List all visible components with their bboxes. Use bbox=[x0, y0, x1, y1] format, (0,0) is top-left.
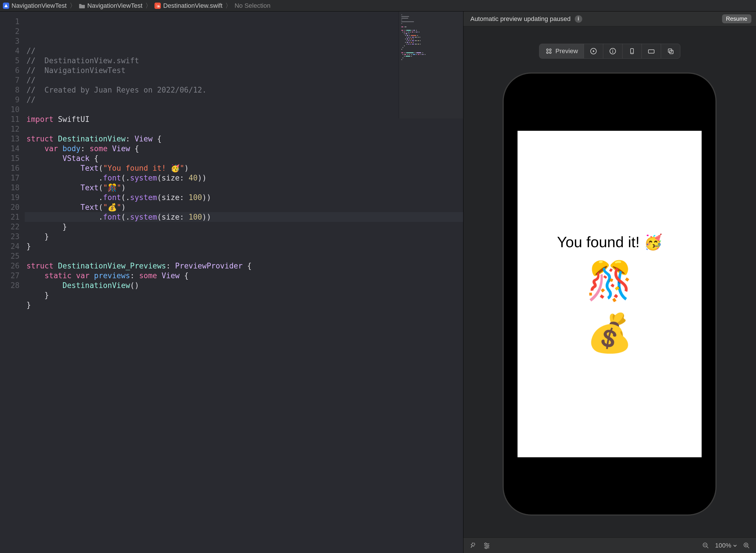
inspect-icon bbox=[609, 48, 616, 55]
svg-point-20 bbox=[485, 547, 487, 549]
device-frame: You found it! 🥳 🎊 💰 bbox=[502, 72, 716, 516]
settings-list-icon[interactable] bbox=[482, 541, 491, 550]
chevron-right-icon: 〉 bbox=[70, 1, 76, 10]
seg-preview[interactable]: Preview bbox=[539, 44, 584, 58]
code-line[interactable]: // Created by Juan Reyes on 2022/06/12. bbox=[26, 85, 463, 95]
code-line[interactable]: VStack { bbox=[26, 154, 463, 163]
preview-text-moneybag: 💰 bbox=[586, 311, 633, 355]
seg-duplicate[interactable] bbox=[661, 44, 680, 58]
code-area[interactable]: //// DestinationView.swift// NavigationV… bbox=[25, 11, 463, 553]
breadcrumb-group-label: NavigationViewTest bbox=[87, 2, 143, 9]
minimap[interactable] bbox=[399, 11, 463, 118]
chevron-right-icon: 〉 bbox=[225, 1, 231, 10]
preview-canvas: Automatic preview updating paused i Resu… bbox=[464, 11, 756, 553]
code-line[interactable]: } bbox=[26, 300, 463, 310]
pin-icon[interactable] bbox=[469, 541, 477, 550]
code-line[interactable]: .font(.system(size: 40)) bbox=[26, 173, 463, 183]
code-line[interactable]: // bbox=[26, 75, 463, 85]
seg-device-landscape[interactable] bbox=[642, 44, 661, 58]
breadcrumb-project[interactable]: NavigationViewTest bbox=[3, 2, 67, 9]
code-line[interactable]: struct DestinationView_Previews: Preview… bbox=[26, 261, 463, 271]
code-line[interactable] bbox=[26, 310, 463, 320]
canvas-status-label: Automatic preview updating paused bbox=[470, 15, 571, 23]
svg-point-4 bbox=[547, 52, 548, 54]
code-line[interactable] bbox=[26, 105, 463, 114]
canvas-mode-segmented: Preview bbox=[539, 44, 680, 59]
svg-point-18 bbox=[487, 545, 489, 547]
breadcrumb-project-label: NavigationViewTest bbox=[11, 2, 67, 9]
code-line[interactable]: } bbox=[26, 232, 463, 241]
duplicate-icon bbox=[667, 48, 674, 55]
breadcrumb-file-label: DestinationView.swift bbox=[163, 2, 222, 9]
zoom-in-icon[interactable] bbox=[742, 541, 751, 550]
code-line[interactable]: } bbox=[26, 241, 463, 251]
preview-text-headline: You found it! 🥳 bbox=[557, 233, 663, 251]
source-editor: 1234567891011121314151617181920212223242… bbox=[0, 11, 464, 553]
svg-rect-12 bbox=[648, 50, 654, 53]
folder-icon bbox=[79, 3, 85, 8]
code-line[interactable]: Text("💰") bbox=[26, 202, 463, 212]
code-line[interactable]: DestinationView() bbox=[26, 281, 463, 290]
line-gutter: 1234567891011121314151617181920212223242… bbox=[0, 11, 25, 553]
code-line[interactable]: import SwiftUI bbox=[26, 114, 463, 124]
svg-point-5 bbox=[549, 52, 551, 54]
device-landscape-icon bbox=[647, 48, 655, 55]
code-line[interactable]: } bbox=[26, 222, 463, 232]
chevron-down-icon bbox=[733, 544, 737, 548]
seg-device-portrait[interactable] bbox=[623, 44, 642, 58]
device-screen[interactable]: You found it! 🥳 🎊 💰 bbox=[518, 131, 702, 457]
breadcrumb-group[interactable]: NavigationViewTest bbox=[79, 2, 143, 9]
code-line[interactable]: // DestinationView.swift bbox=[26, 56, 463, 66]
chevron-right-icon: 〉 bbox=[145, 1, 152, 10]
code-line[interactable]: // NavigationViewTest bbox=[26, 66, 463, 75]
svg-line-22 bbox=[706, 546, 708, 548]
preview-text-confetti: 🎊 bbox=[586, 259, 633, 303]
device-portrait-icon bbox=[628, 48, 636, 55]
code-line[interactable]: // bbox=[26, 46, 463, 56]
code-line[interactable]: // bbox=[26, 95, 463, 105]
canvas-header: Automatic preview updating paused i Resu… bbox=[464, 11, 756, 26]
code-line[interactable]: struct DestinationView: View { bbox=[26, 134, 463, 144]
zoom-value: 100% bbox=[715, 542, 731, 549]
info-icon[interactable]: i bbox=[575, 15, 582, 23]
code-line[interactable] bbox=[26, 124, 463, 134]
code-line[interactable]: Text("You found it! 🥳") bbox=[26, 163, 463, 173]
zoom-dropdown[interactable]: 100% bbox=[715, 542, 737, 549]
app-icon bbox=[3, 3, 9, 9]
seg-inspect[interactable] bbox=[603, 44, 623, 58]
play-icon bbox=[590, 48, 597, 55]
breadcrumb-selection-label: No Selection bbox=[234, 2, 270, 9]
code-line[interactable]: .font(.system(size: 100)) bbox=[26, 192, 463, 202]
code-line[interactable]: } bbox=[26, 290, 463, 300]
breadcrumb-file[interactable]: DestinationView.swift bbox=[154, 2, 222, 9]
preview-mode-icon bbox=[545, 48, 553, 55]
swift-icon bbox=[154, 3, 161, 9]
breadcrumb: NavigationViewTest 〉 NavigationViewTest … bbox=[0, 0, 756, 11]
code-line[interactable]: var body: some View { bbox=[26, 144, 463, 154]
seg-live[interactable] bbox=[584, 44, 603, 58]
svg-rect-11 bbox=[631, 53, 633, 53]
svg-line-25 bbox=[747, 546, 749, 548]
breadcrumb-selection[interactable]: No Selection bbox=[234, 2, 270, 9]
seg-preview-label: Preview bbox=[555, 48, 578, 55]
svg-rect-9 bbox=[612, 51, 613, 53]
svg-point-2 bbox=[547, 49, 548, 51]
resume-button[interactable]: Resume bbox=[722, 14, 751, 23]
canvas-footer: 100% bbox=[464, 538, 756, 553]
code-line[interactable]: Text("🎊") bbox=[26, 183, 463, 192]
code-line[interactable] bbox=[26, 251, 463, 261]
svg-point-3 bbox=[549, 49, 551, 51]
svg-point-16 bbox=[485, 543, 486, 545]
code-line[interactable]: static var previews: some View { bbox=[26, 271, 463, 281]
zoom-out-icon[interactable] bbox=[701, 541, 710, 550]
svg-point-8 bbox=[612, 50, 613, 51]
